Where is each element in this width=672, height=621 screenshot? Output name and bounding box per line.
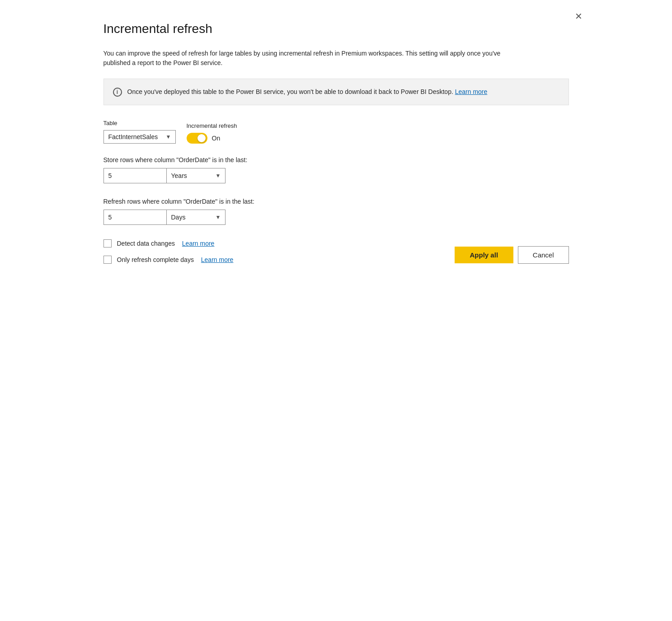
table-toggle-row: Table FactInternetSales ▼ Incremental re… bbox=[103, 120, 569, 144]
refresh-complete-checkbox[interactable] bbox=[103, 256, 112, 264]
refresh-complete-learn-more-link[interactable]: Learn more bbox=[201, 256, 234, 263]
dialog-title: Incremental refresh bbox=[103, 22, 569, 36]
incremental-toggle[interactable] bbox=[187, 133, 207, 144]
store-rows-description: Store rows where column "OrderDate" is i… bbox=[103, 156, 569, 163]
refresh-rows-period-wrapper: Days Months Years ▼ bbox=[167, 210, 226, 225]
toggle-row: On bbox=[187, 133, 237, 144]
dialog-footer: Apply all Cancel bbox=[455, 246, 569, 264]
info-box: i Once you've deployed this table to the… bbox=[103, 79, 569, 105]
store-rows-period-wrapper: Days Months Years ▼ bbox=[167, 168, 226, 183]
table-select[interactable]: FactInternetSales bbox=[103, 130, 176, 144]
info-learn-more-link[interactable]: Learn more bbox=[455, 88, 488, 95]
close-button[interactable]: ✕ bbox=[571, 10, 586, 23]
detect-changes-label: Detect data changes bbox=[117, 240, 177, 247]
refresh-rows-number-input[interactable] bbox=[103, 210, 167, 225]
toggle-state-label: On bbox=[212, 135, 221, 142]
refresh-rows-period-select[interactable]: Days Months Years bbox=[167, 210, 226, 225]
store-rows-period-select[interactable]: Days Months Years bbox=[167, 168, 226, 183]
dialog-description: You can improve the speed of refresh for… bbox=[103, 49, 510, 68]
refresh-rows-description: Refresh rows where column "OrderDate" is… bbox=[103, 198, 569, 205]
refresh-rows-input-row: Days Months Years ▼ bbox=[103, 210, 569, 225]
incremental-refresh-dialog: ✕ Incremental refresh You can improve th… bbox=[76, 0, 596, 285]
store-rows-section: Store rows where column "OrderDate" is i… bbox=[103, 156, 569, 183]
table-select-wrapper: FactInternetSales ▼ bbox=[103, 130, 176, 144]
store-rows-number-input[interactable] bbox=[103, 168, 167, 183]
detect-changes-checkbox[interactable] bbox=[103, 239, 112, 247]
toggle-track bbox=[187, 133, 207, 144]
incremental-label: Incremental refresh bbox=[187, 122, 237, 129]
refresh-complete-label: Only refresh complete days bbox=[117, 256, 196, 263]
refresh-rows-section: Refresh rows where column "OrderDate" is… bbox=[103, 198, 569, 225]
table-label: Table bbox=[103, 120, 176, 126]
table-field-group: Table FactInternetSales ▼ bbox=[103, 120, 176, 144]
info-icon: i bbox=[113, 88, 122, 97]
toggle-group: Incremental refresh On bbox=[187, 122, 237, 144]
info-box-text: Once you've deployed this table to the P… bbox=[127, 87, 488, 97]
apply-all-button[interactable]: Apply all bbox=[455, 247, 513, 263]
store-rows-input-row: Days Months Years ▼ bbox=[103, 168, 569, 183]
toggle-thumb bbox=[197, 134, 206, 142]
detect-changes-learn-more-link[interactable]: Learn more bbox=[182, 240, 215, 247]
cancel-button[interactable]: Cancel bbox=[518, 246, 569, 264]
